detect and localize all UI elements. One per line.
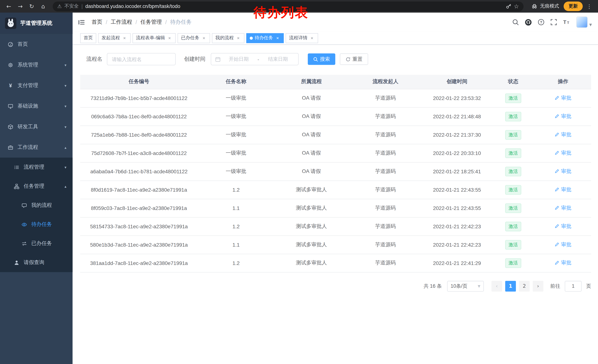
tab-process-detail[interactable]: 流程详情 × xyxy=(286,33,318,43)
sidebar-item-my-process[interactable]: 我的流程 xyxy=(0,196,73,215)
sidebar-item-system[interactable]: 系统管理 ▾ xyxy=(0,55,73,75)
cell-task-name: 一级审批 xyxy=(198,126,274,144)
svg-text:T: T xyxy=(563,19,566,25)
forward-button[interactable]: → xyxy=(15,1,25,11)
sidebar-item-infra[interactable]: 基础设施 ▾ xyxy=(0,96,73,116)
cell-initiator: 芋道源码 xyxy=(349,89,423,107)
font-size-icon[interactable]: TT xyxy=(563,19,571,25)
tab-my-process[interactable]: 我的流程 × xyxy=(212,33,244,43)
approve-link[interactable]: 审批 xyxy=(555,95,572,101)
cell-status: 激活 xyxy=(491,144,535,162)
cell-task-name: 一级审批 xyxy=(198,162,274,180)
sidebar-item-leave-query[interactable]: 请假查询 xyxy=(0,253,73,272)
sidebar-item-dev[interactable]: 研发工具 ▾ xyxy=(0,116,73,137)
reset-button[interactable]: 重置 xyxy=(340,54,368,65)
status-badge: 激活 xyxy=(505,93,521,103)
sidebar-item-pay[interactable]: ¥ 支付管理 ▾ xyxy=(0,75,73,96)
sidebar-item-workflow[interactable]: 工作流程 ▴ xyxy=(0,137,73,158)
approve-link[interactable]: 审批 xyxy=(555,241,572,248)
table-row: 58154733-7ac8-11ec-a9e2-a2380e71991a 1.2… xyxy=(80,217,591,235)
close-icon[interactable]: × xyxy=(167,35,172,41)
active-dot-icon xyxy=(250,36,253,40)
goto-page-input[interactable] xyxy=(565,281,582,291)
close-icon[interactable]: × xyxy=(309,35,315,41)
status-badge: 激活 xyxy=(505,258,521,268)
breadcrumb-task-mgmt[interactable]: 任务管理 xyxy=(141,19,162,25)
browser-update-button[interactable]: 更新 xyxy=(564,1,583,11)
page-button-2[interactable]: 2 xyxy=(519,281,530,291)
chevron-down-icon: ▾ xyxy=(65,125,66,129)
process-name-label: 流程名 xyxy=(80,56,102,63)
close-icon[interactable]: × xyxy=(236,35,241,41)
key-icon[interactable] xyxy=(505,4,511,9)
svg-text:?: ? xyxy=(540,20,542,24)
bookmark-star-icon[interactable]: ☆ xyxy=(514,3,519,10)
cell-status: 激活 xyxy=(491,254,535,272)
cell-status: 激活 xyxy=(491,126,535,144)
status-badge: 激活 xyxy=(505,167,521,176)
approve-link[interactable]: 审批 xyxy=(555,150,572,156)
cell-actions: 审批 xyxy=(535,254,591,272)
sidebar-item-task-mgmt[interactable]: 任务管理 ▴ xyxy=(0,177,73,196)
cell-create-time: 2022-01-22 20:33:10 xyxy=(423,144,491,162)
page-button-1[interactable]: 1 xyxy=(505,281,516,291)
browser-menu-icon[interactable]: ⋮ xyxy=(584,3,594,9)
approve-link[interactable]: 审批 xyxy=(555,223,572,230)
page-size-select[interactable]: 10条/页 ▼ xyxy=(447,281,484,291)
cell-process: 测试多审批人 xyxy=(274,254,349,272)
breadcrumb-workflow[interactable]: 工作流程 xyxy=(111,19,132,25)
date-range-picker[interactable]: 开始日期 - 结束日期 xyxy=(211,53,299,65)
status-badge: 激活 xyxy=(505,112,521,121)
app-logo xyxy=(5,18,17,29)
close-icon[interactable]: × xyxy=(201,35,207,41)
range-separator: - xyxy=(257,56,260,62)
cell-actions: 审批 xyxy=(535,144,591,162)
close-icon[interactable]: × xyxy=(275,35,280,41)
cell-status: 激活 xyxy=(491,217,535,235)
cell-status: 激活 xyxy=(491,180,535,199)
avatar[interactable] xyxy=(576,16,588,28)
approve-link[interactable]: 审批 xyxy=(555,168,572,175)
cell-initiator: 芋道源码 xyxy=(349,217,423,235)
tab-home[interactable]: 首页 xyxy=(80,33,96,43)
sidebar-item-process-mgmt[interactable]: 流程管理 ▾ xyxy=(0,158,73,177)
hamburger-icon[interactable] xyxy=(78,18,85,26)
back-button[interactable]: ← xyxy=(4,1,14,11)
tab-done-task[interactable]: 已办任务 × xyxy=(178,33,210,43)
help-icon[interactable]: ? xyxy=(538,19,544,25)
cell-process: OA 请假 xyxy=(274,107,349,126)
github-icon[interactable] xyxy=(525,18,532,26)
top-navbar: 首页 / 工作流程 / 任务管理 / 待办任务 ? xyxy=(73,13,598,32)
breadcrumb-home[interactable]: 首页 xyxy=(92,19,102,25)
approve-link[interactable]: 审批 xyxy=(555,186,572,193)
fullscreen-icon[interactable] xyxy=(550,19,557,25)
prev-page-button[interactable]: ‹ xyxy=(491,281,502,291)
next-page-button[interactable]: › xyxy=(533,281,544,291)
tab-start-process[interactable]: 发起流程 × xyxy=(98,33,131,43)
sidebar-item-home[interactable]: 首页 xyxy=(0,34,73,54)
cell-process: OA 请假 xyxy=(274,126,349,144)
approve-link[interactable]: 审批 xyxy=(555,259,572,266)
close-icon[interactable]: × xyxy=(122,35,127,41)
avatar-caret-icon[interactable]: ▼ xyxy=(589,23,592,27)
cell-create-time: 2022-01-21 22:43:55 xyxy=(423,199,491,217)
tab-todo-task[interactable]: 待办任务 × xyxy=(246,33,284,43)
yen-icon: ¥ xyxy=(8,82,13,89)
cell-task-name: 1.2 xyxy=(198,180,274,199)
home-button[interactable]: ⌂ xyxy=(38,1,48,11)
chevron-up-icon: ▴ xyxy=(65,145,66,149)
search-button[interactable]: 搜索 xyxy=(308,54,335,65)
process-name-input[interactable] xyxy=(107,53,176,65)
tab-form-edit[interactable]: 流程表单-编辑 × xyxy=(133,33,176,43)
approve-link[interactable]: 审批 xyxy=(555,113,572,120)
search-icon[interactable] xyxy=(512,19,519,25)
gear-icon xyxy=(8,62,13,68)
cell-status: 激活 xyxy=(491,199,535,217)
sidebar-item-todo-task[interactable]: 待办任务 xyxy=(0,215,73,234)
main-area: 首页 / 工作流程 / 任务管理 / 待办任务 ? xyxy=(73,13,598,364)
cell-process: OA 请假 xyxy=(274,162,349,180)
sidebar-item-done-task[interactable]: 已办任务 xyxy=(0,234,73,253)
approve-link[interactable]: 审批 xyxy=(555,131,572,138)
approve-link[interactable]: 审批 xyxy=(555,204,572,211)
refresh-button[interactable]: ↻ xyxy=(27,1,37,11)
